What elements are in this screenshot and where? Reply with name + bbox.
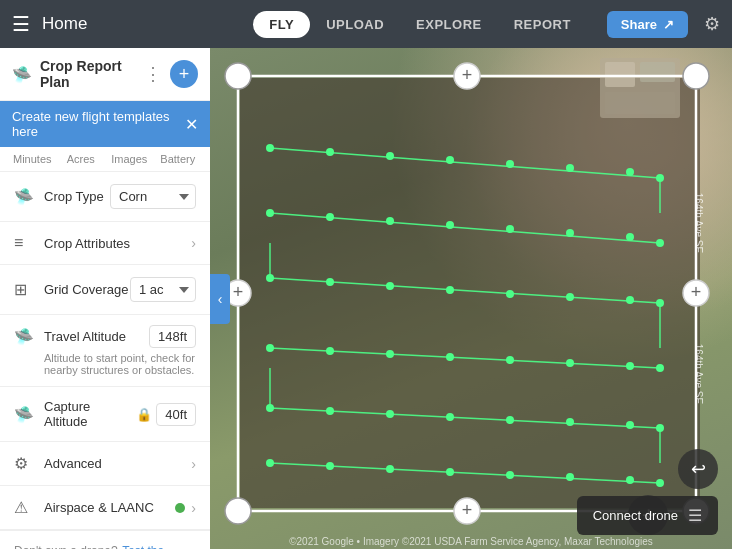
crop-attributes-icon: ≡ xyxy=(14,234,34,252)
plan-icon: 🛸 xyxy=(12,65,32,84)
svg-point-21 xyxy=(386,152,394,160)
svg-point-19 xyxy=(266,144,274,152)
crop-attributes-section[interactable]: ≡ Crop Attributes › xyxy=(0,222,210,265)
airspace-status-dot xyxy=(175,503,185,513)
svg-point-30 xyxy=(446,221,454,229)
svg-point-63 xyxy=(506,471,514,479)
flight-path-overlay: + + + + xyxy=(210,48,732,549)
svg-point-60 xyxy=(326,462,334,470)
capture-altitude-label: Capture Altitude xyxy=(44,399,136,429)
svg-point-52 xyxy=(326,407,334,415)
crop-type-label: Crop Type xyxy=(44,189,110,204)
svg-point-34 xyxy=(656,239,664,247)
svg-point-58 xyxy=(656,424,664,432)
advanced-icon: ⚙ xyxy=(14,454,34,473)
capture-altitude-section: 🛸 Capture Altitude 🔒 40ft xyxy=(0,387,210,442)
svg-point-59 xyxy=(266,459,274,467)
svg-point-64 xyxy=(566,473,574,481)
top-navigation: ☰ Home FLY UPLOAD EXPLORE REPORT Share ↗… xyxy=(0,0,732,48)
svg-point-48 xyxy=(566,359,574,367)
capture-altitude-icon: 🛸 xyxy=(14,405,34,424)
svg-rect-5 xyxy=(605,92,675,114)
svg-point-62 xyxy=(446,468,454,476)
dont-own-drone-text: Don't own a drone? xyxy=(14,544,118,549)
svg-point-42 xyxy=(656,299,664,307)
airspace-chevron: › xyxy=(191,500,196,516)
airspace-icon: ⚠ xyxy=(14,498,34,517)
svg-point-44 xyxy=(326,347,334,355)
banner-text: Create new flight templates here xyxy=(12,109,185,139)
lock-icon: 🔒 xyxy=(136,407,152,422)
svg-point-7 xyxy=(225,63,251,89)
sidebar-footer: Don't own a drone? Test the simulator xyxy=(0,530,210,549)
menu-icon[interactable]: ☰ xyxy=(12,12,30,36)
crop-attributes-chevron: › xyxy=(191,235,196,251)
map-toggle-button[interactable]: ‹ xyxy=(210,274,230,324)
stats-row: Minutes Acres Images Battery xyxy=(0,147,210,172)
capture-altitude-input[interactable]: 40ft xyxy=(156,403,196,426)
svg-point-49 xyxy=(626,362,634,370)
tab-explore[interactable]: EXPLORE xyxy=(400,11,498,38)
connect-list-icon: ☰ xyxy=(688,506,702,525)
svg-rect-3 xyxy=(605,62,635,87)
svg-point-53 xyxy=(386,410,394,418)
svg-point-51 xyxy=(266,404,274,412)
gear-icon[interactable]: ⚙ xyxy=(704,13,720,35)
add-plan-button[interactable]: + xyxy=(170,60,198,88)
tab-upload[interactable]: UPLOAD xyxy=(310,11,400,38)
svg-point-61 xyxy=(386,465,394,473)
svg-point-57 xyxy=(626,421,634,429)
svg-point-55 xyxy=(506,416,514,424)
travel-altitude-section: 🛸 Travel Altitude 148ft Altitude to star… xyxy=(0,315,210,387)
airspace-label: Airspace & LAANC xyxy=(44,500,175,515)
grid-coverage-select[interactable]: 1 ac 5 ac 10 ac xyxy=(130,277,196,302)
svg-rect-0 xyxy=(240,78,700,508)
svg-point-24 xyxy=(566,164,574,172)
crop-type-icon: 🛸 xyxy=(14,187,34,206)
svg-point-20 xyxy=(326,148,334,156)
svg-point-36 xyxy=(326,278,334,286)
svg-point-27 xyxy=(266,209,274,217)
svg-point-8 xyxy=(683,63,709,89)
svg-point-47 xyxy=(506,356,514,364)
grid-coverage-icon: ⊞ xyxy=(14,280,34,299)
undo-button[interactable]: ↩ xyxy=(678,449,718,489)
crop-type-section: 🛸 Crop Type Corn Wheat Soybean Other xyxy=(0,172,210,222)
svg-point-26 xyxy=(656,174,664,182)
advanced-section[interactable]: ⚙ Advanced › xyxy=(0,442,210,486)
svg-point-40 xyxy=(566,293,574,301)
svg-text:+: + xyxy=(233,282,244,302)
svg-point-56 xyxy=(566,418,574,426)
svg-point-43 xyxy=(266,344,274,352)
tab-fly[interactable]: FLY xyxy=(253,11,310,38)
plan-header: 🛸 Crop Report Plan ⋮ + xyxy=(0,48,210,101)
svg-point-35 xyxy=(266,274,274,282)
grid-coverage-section: ⊞ Grid Coverage 1 ac 5 ac 10 ac xyxy=(0,265,210,315)
svg-text:+: + xyxy=(691,282,702,302)
airspace-section[interactable]: ⚠ Airspace & LAANC › xyxy=(0,486,210,530)
more-options-button[interactable]: ⋮ xyxy=(144,63,162,85)
svg-point-66 xyxy=(656,479,664,487)
crop-attributes-label: Crop Attributes xyxy=(44,236,191,251)
travel-altitude-label: Travel Altitude xyxy=(44,329,149,344)
connect-drone-button[interactable]: Connect drone ☰ xyxy=(577,496,718,535)
stat-battery: Battery xyxy=(154,153,203,165)
svg-point-25 xyxy=(626,168,634,176)
share-button[interactable]: Share ↗ xyxy=(607,11,688,38)
travel-altitude-input[interactable]: 148ft xyxy=(149,325,196,348)
sidebar: 🛸 Crop Report Plan ⋮ + Create new flight… xyxy=(0,48,210,549)
svg-point-37 xyxy=(386,282,394,290)
nav-tabs: FLY UPLOAD EXPLORE REPORT xyxy=(253,11,587,38)
crop-type-select[interactable]: Corn Wheat Soybean Other xyxy=(110,184,196,209)
svg-point-39 xyxy=(506,290,514,298)
advanced-label: Advanced xyxy=(44,456,191,471)
flight-templates-banner[interactable]: Create new flight templates here ✕ xyxy=(0,101,210,147)
svg-point-32 xyxy=(566,229,574,237)
tab-report[interactable]: REPORT xyxy=(498,11,587,38)
connect-drone-label: Connect drone xyxy=(593,508,678,523)
grid-coverage-label: Grid Coverage xyxy=(44,282,130,297)
map-attribution: ©2021 Google • Imagery ©2021 USDA Farm S… xyxy=(210,534,732,549)
advanced-chevron: › xyxy=(191,456,196,472)
svg-rect-4 xyxy=(640,62,675,82)
banner-close-button[interactable]: ✕ xyxy=(185,115,198,134)
